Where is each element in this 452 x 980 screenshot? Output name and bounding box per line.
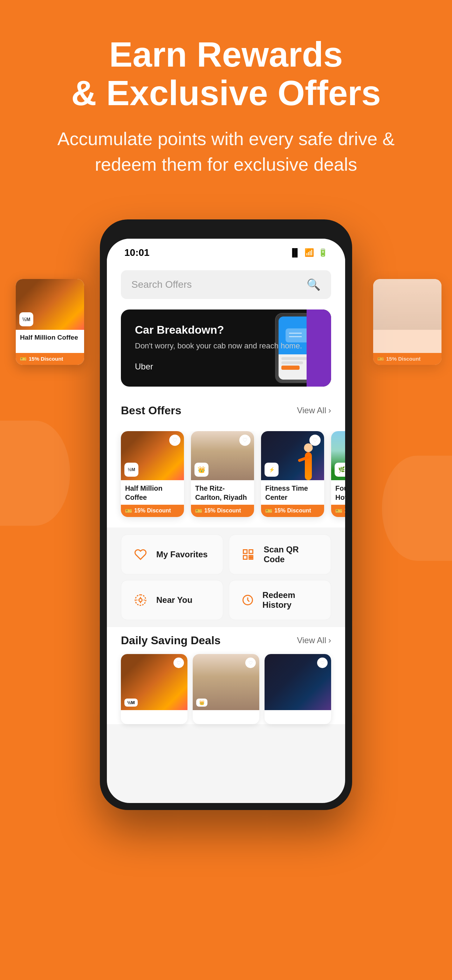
floating-card-left-body: Half Million Coffee (16, 330, 84, 350)
uber-banner[interactable]: Car Breakdown? Don't worry, book your ca… (121, 310, 331, 387)
offer-card-fourseasons-img: ♡ 🌿 (331, 431, 345, 480)
offer-logo-fitness: ⚡ (264, 463, 279, 477)
quick-actions-grid: My Favorites (121, 535, 331, 620)
offer-heart-fitness[interactable]: ♡ (309, 434, 321, 446)
offer-discount-fitness: 🎫 15% Discount (261, 505, 324, 517)
floating-card-right-badge: 🎫 15% Discount (373, 353, 441, 365)
floating-card-left-img: ½M (16, 279, 84, 330)
daily-deals-section: Daily Saving Deals View All › ♡ ½M (107, 627, 345, 724)
daily-deals-title: Daily Saving Deals (121, 634, 221, 647)
floating-card-left-name: Half Million Coffee (20, 333, 80, 350)
svg-point-7 (139, 598, 142, 601)
svg-rect-6 (251, 555, 253, 557)
search-placeholder: Search Offers (131, 279, 192, 290)
search-container: Search Offers 🔍 (107, 263, 345, 306)
offer-card-coffee[interactable]: ♡ ½M Half Million Coffee 🎫 15% Discount (121, 431, 184, 517)
floating-card-left-badge: 🎫 15% Discount (16, 353, 84, 365)
daily-deals-view-all[interactable]: View All › (297, 635, 331, 645)
offers-cards-scroll: ♡ ½M Half Million Coffee 🎫 15% Discount (121, 431, 331, 517)
qr-label: Scan QR Code (264, 545, 320, 564)
floating-card-right: 🎫 15% Discount (373, 279, 441, 365)
near-label: Near You (156, 595, 193, 605)
banner-title: Car Breakdown? (135, 323, 317, 336)
offer-logo-coffee: ½M (124, 463, 138, 477)
near-icon (132, 591, 149, 609)
quick-actions-section: My Favorites (107, 528, 345, 627)
daily-deals-header: Daily Saving Deals View All › (121, 634, 331, 647)
offer-card-fourseasons[interactable]: ♡ 🌿 Four Seasons Hotel Riyadh 🎫 15% Disc… (331, 431, 345, 517)
status-time: 10:01 (124, 247, 150, 258)
banner-brand: Uber (135, 362, 317, 372)
offer-heart-coffee[interactable]: ♡ (169, 434, 180, 446)
quick-action-qr[interactable]: Scan QR Code (229, 535, 331, 574)
offer-card-coffee-name: Half Million Coffee (125, 484, 180, 502)
offer-logo-fourseasons: 🌿 (334, 463, 345, 477)
offer-card-fourseasons-name: Four Seasons Hotel Riyadh (335, 484, 345, 502)
phone-frame: 10:01 ▐▌ 📶 🔋 Search Offers 🔍 Car Br (100, 220, 352, 810)
floating-card-right-body (373, 330, 441, 350)
favorites-label: My Favorites (156, 550, 208, 559)
offer-logo-ritz: 👑 (194, 463, 208, 477)
offer-discount-coffee: 🎫 15% Discount (121, 505, 184, 517)
best-offers-section: Best Offers View All › (107, 394, 345, 431)
daily-heart-2[interactable]: ♡ (245, 657, 256, 668)
banner-content: Car Breakdown? Don't worry, book your ca… (135, 323, 317, 372)
daily-card-1-img: ♡ ½M (121, 654, 188, 710)
daily-heart-3[interactable]: ♡ (317, 657, 328, 668)
history-icon (240, 591, 255, 609)
banner-subtitle: Don't worry, book your cab now and reach… (135, 341, 317, 352)
floating-card-right-img (373, 279, 441, 330)
quick-action-favorites[interactable]: My Favorites (121, 535, 223, 574)
search-bar[interactable]: Search Offers 🔍 (121, 270, 331, 299)
best-offers-title: Best Offers (121, 404, 181, 417)
offers-cards-row: ♡ ½M Half Million Coffee 🎫 15% Discount (107, 431, 345, 528)
offer-card-fourseasons-body: Four Seasons Hotel Riyadh (331, 480, 345, 502)
offer-card-fitness-name: Fitness Time Center (265, 484, 320, 502)
daily-deals-grid: ♡ ½M ♡ 👑 (121, 654, 331, 724)
offer-card-fitness-img: ♡ ⚡ (261, 431, 324, 480)
history-label: Redeem History (263, 590, 320, 610)
best-offers-view-all[interactable]: View All › (297, 406, 331, 415)
floating-card-right-name (377, 333, 437, 350)
search-icon[interactable]: 🔍 (307, 278, 321, 291)
favorites-icon (132, 546, 149, 563)
gym-figure (296, 442, 321, 480)
svg-rect-1 (249, 550, 253, 554)
hero-title: Earn Rewards & Exclusive Offers (28, 35, 424, 112)
offer-card-fitness[interactable]: ♡ ⚡ Fitness Time Center 🎫 15% Discount (261, 431, 324, 517)
phone-screen: 10:01 ▐▌ 📶 🔋 Search Offers 🔍 Car Br (107, 239, 345, 803)
offer-card-coffee-body: Half Million Coffee (121, 480, 184, 502)
offer-discount-fourseasons: 🎫 15% Discount (331, 505, 345, 517)
offer-card-coffee-img: ♡ ½M (121, 431, 184, 480)
status-bar: 10:01 ▐▌ 📶 🔋 (107, 239, 345, 263)
daily-card-3[interactable]: ♡ (264, 654, 331, 724)
daily-card-2[interactable]: ♡ 👑 (193, 654, 259, 724)
floating-card-left: ½M Half Million Coffee 🎫 15% Discount (16, 279, 84, 365)
floating-card-left-logo: ½M (19, 312, 33, 326)
svg-rect-4 (251, 558, 253, 559)
offer-discount-ritz: 🎫 15% Discount (191, 505, 254, 517)
svg-rect-0 (244, 550, 247, 554)
daily-heart-1[interactable]: ♡ (173, 657, 184, 668)
offer-card-fitness-body: Fitness Time Center (261, 480, 324, 502)
svg-rect-2 (244, 555, 247, 559)
phone-notch (191, 226, 261, 239)
signal-icon: ▐▌ (290, 248, 300, 257)
offer-heart-ritz[interactable]: ♡ (239, 434, 250, 446)
banner-container: Car Breakdown? Don't worry, book your ca… (107, 306, 345, 394)
wifi-icon: 📶 (304, 248, 314, 257)
quick-action-history[interactable]: Redeem History (229, 580, 331, 620)
daily-card-2-img: ♡ 👑 (193, 654, 259, 710)
qr-icon (240, 546, 256, 563)
best-offers-header: Best Offers View All › (121, 404, 331, 417)
battery-icon: 🔋 (318, 248, 328, 257)
phone-wrapper: ½M Half Million Coffee 🎫 15% Discount 🎫 … (0, 220, 452, 810)
status-icons: ▐▌ 📶 🔋 (290, 248, 328, 257)
hero-section: Earn Rewards & Exclusive Offers Accumula… (0, 0, 452, 198)
offer-card-ritz-img: ♡ 👑 (191, 431, 254, 480)
offer-card-ritz[interactable]: ♡ 👑 The Ritz-Carlton, Riyadh 🎫 15% Disco… (191, 431, 254, 517)
daily-card-3-img: ♡ (264, 654, 331, 710)
daily-card-1[interactable]: ♡ ½M (121, 654, 188, 724)
quick-action-near[interactable]: Near You (121, 580, 223, 620)
offer-card-ritz-name: The Ritz-Carlton, Riyadh (195, 484, 250, 502)
